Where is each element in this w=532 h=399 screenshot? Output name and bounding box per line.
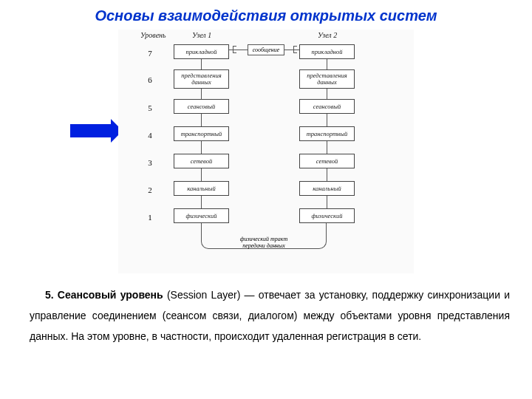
layer-box: физический: [174, 208, 229, 223]
layer-box-session: сеансовый: [174, 99, 229, 114]
layer-box-session: сеансовый: [299, 99, 355, 114]
layer-box: канальный: [299, 181, 355, 196]
msg-line-left: [229, 50, 248, 50]
layer-box: прикладной: [299, 44, 355, 59]
layer-box: физический: [299, 208, 355, 223]
level-num: 1: [143, 213, 157, 222]
level-num: 2: [143, 185, 157, 194]
msg-bracket-left: [233, 46, 236, 53]
pointer-arrow-left: [70, 124, 111, 137]
header-level: Уровень: [140, 31, 166, 39]
header-node1: Узел 1: [192, 31, 211, 39]
page-title: Основы взаимодействия открытых систем: [0, 7, 532, 24]
level-num: 7: [143, 49, 157, 58]
msg-line-right: [284, 50, 299, 50]
layer-box: сетевой: [299, 154, 355, 168]
msg-bracket-right: [293, 46, 297, 53]
paragraph-lead: 5. Сеансовый уровень: [45, 289, 163, 301]
level-num: 4: [143, 131, 157, 140]
header-node2: Узел 2: [318, 31, 337, 39]
layer-box: транспортный: [174, 126, 229, 141]
osi-diagram: Уровень Узел 1 Узел 2 сообщение 7 6 5 4 …: [118, 30, 414, 273]
message-label-box: сообщение: [248, 44, 284, 55]
layer-box: прикладной: [174, 44, 229, 59]
level-num: 3: [143, 158, 157, 167]
body-paragraph: 5. Сеансовый уровень (Session Layer) — о…: [30, 284, 510, 347]
layer-box: представления данных: [299, 69, 355, 89]
level-num: 6: [143, 75, 157, 84]
level-num: 5: [143, 103, 157, 112]
physical-path-label: физический трактпередачи данных: [231, 236, 297, 250]
layer-box: канальный: [174, 181, 229, 196]
layer-box: сетевой: [174, 154, 229, 168]
layer-box: представления данных: [174, 69, 229, 89]
layer-box: транспортный: [299, 126, 355, 141]
